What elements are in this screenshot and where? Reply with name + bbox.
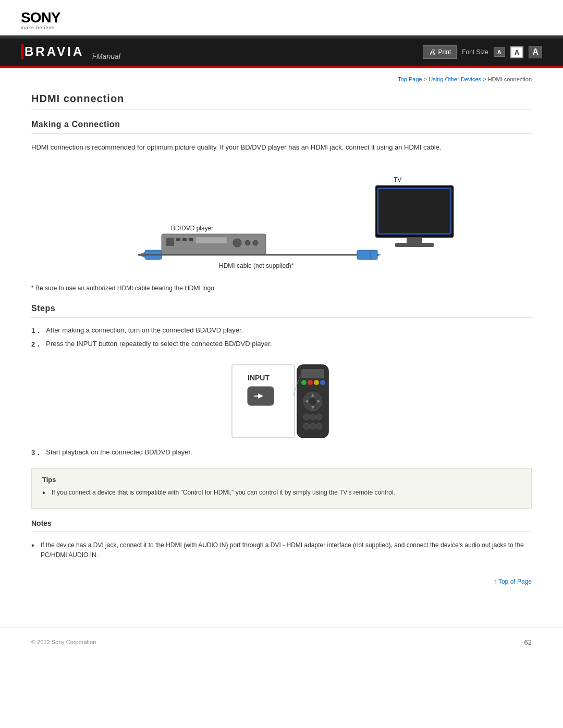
breadcrumb-sep1: > bbox=[424, 76, 429, 82]
remote-blue-btn bbox=[320, 380, 325, 385]
hdmi-diagram-area: TV BD/DVD player bbox=[31, 164, 532, 273]
breadcrumb-using-other-devices[interactable]: Using Other Devices bbox=[429, 76, 481, 82]
step-1-text: After making a connection, turn on the c… bbox=[46, 326, 243, 336]
bd-port3 bbox=[182, 238, 187, 241]
title-divider bbox=[31, 109, 532, 109]
remote-green-btn bbox=[301, 380, 307, 385]
bd-player-label: BD/DVD player bbox=[171, 225, 213, 232]
tv-stand-base bbox=[395, 243, 434, 247]
bravia-left: BRAVIA i-Manual bbox=[21, 44, 120, 60]
tv-hdmi-port bbox=[370, 250, 377, 260]
manual-label: i-Manual bbox=[92, 52, 120, 60]
notes-bullet: • bbox=[31, 540, 36, 560]
bd-button1 bbox=[233, 239, 241, 247]
notes-divider bbox=[31, 532, 532, 532]
notes-text-1: If the device has a DVI jack, connect it… bbox=[41, 540, 532, 560]
section2-title: Steps bbox=[31, 304, 532, 313]
sony-logo: SONY make.believe bbox=[21, 9, 60, 30]
font-size-label: Font Size bbox=[462, 48, 488, 56]
step-2-num: 2． bbox=[31, 340, 42, 349]
bravia-logo-group: BRAVIA bbox=[21, 44, 84, 59]
breadcrumb: Top Page > Using Other Devices > HDMI co… bbox=[31, 76, 532, 82]
tv-stand-pole bbox=[407, 238, 422, 243]
bd-button3 bbox=[253, 240, 258, 245]
top-of-page-area: ↑ Top of Page bbox=[31, 576, 532, 586]
section1-divider bbox=[31, 133, 532, 134]
bd-port4 bbox=[189, 238, 193, 241]
breadcrumb-current: HDMI connection bbox=[488, 76, 532, 82]
bravia-bar: BRAVIA i-Manual 🖨 Print Font Size A A A bbox=[0, 39, 563, 66]
bd-port2 bbox=[176, 238, 180, 241]
step-1: 1． After making a connection, turn on th… bbox=[31, 326, 532, 336]
breadcrumb-top-page[interactable]: Top Page bbox=[398, 76, 422, 82]
red-accent-bar bbox=[21, 44, 23, 59]
notes-section: Notes • If the device has a DVI jack, co… bbox=[31, 519, 532, 560]
remote-top-area bbox=[301, 369, 324, 378]
footer: © 2012 Sony Corporation 62 bbox=[0, 627, 563, 657]
remote-dpad-center bbox=[309, 397, 317, 405]
step-3-num: 3． bbox=[31, 448, 42, 458]
steps-list: 1． After making a connection, turn on th… bbox=[31, 326, 532, 349]
remote-btn4 bbox=[303, 423, 310, 429]
remote-red-btn bbox=[308, 380, 313, 385]
page-title: HDMI connection bbox=[31, 93, 532, 105]
remote-btn1 bbox=[303, 414, 310, 420]
tv-label: TV bbox=[394, 176, 401, 183]
bd-port1 bbox=[166, 238, 174, 246]
font-size-large-button[interactable]: A bbox=[529, 46, 542, 58]
remote-btn5 bbox=[310, 423, 316, 429]
sony-wordmark: SONY bbox=[21, 9, 60, 26]
step-3: 3． Start playback on the connected BD/DV… bbox=[31, 448, 532, 458]
toolbar-right: 🖨 Print Font Size A A A bbox=[423, 45, 542, 59]
tips-box: Tips • If you connect a device that is c… bbox=[31, 468, 532, 509]
tips-bullet: • bbox=[42, 488, 47, 498]
remote-yellow-btn bbox=[314, 380, 319, 385]
hdmi-cable-label: HDMI cable (not supplied)* bbox=[219, 262, 294, 269]
header: SONY make.believe bbox=[0, 0, 563, 35]
tips-title: Tips bbox=[42, 476, 521, 484]
step-1-num: 1． bbox=[31, 326, 42, 336]
remote-btn3 bbox=[316, 414, 322, 420]
notes-item-1: • If the device has a DVI jack, connect … bbox=[31, 540, 532, 560]
hdmi-diagram-svg: TV BD/DVD player bbox=[99, 164, 464, 273]
section1-title: Making a Connection bbox=[31, 120, 532, 129]
print-label: Print bbox=[438, 48, 451, 56]
main-content: Top Page > Using Other Devices > HDMI co… bbox=[0, 68, 563, 617]
bd-disc-slot bbox=[195, 237, 227, 243]
footer-copyright: © 2012 Sony Corporation bbox=[31, 639, 96, 645]
remote-btn2 bbox=[310, 414, 316, 420]
print-icon: 🖨 bbox=[429, 48, 436, 56]
top-of-page-link[interactable]: ↑ Top of Page bbox=[494, 578, 532, 585]
footer-page-number: 62 bbox=[524, 638, 532, 646]
step-3-text: Start playback on the connected BD/DVD p… bbox=[46, 448, 192, 458]
sony-tagline: make.believe bbox=[21, 25, 55, 30]
tips-text-1: If you connect a device that is compatib… bbox=[52, 488, 395, 498]
print-button[interactable]: 🖨 Print bbox=[423, 45, 457, 59]
intro-text: HDMI connection is recommended for optim… bbox=[31, 142, 532, 153]
input-label: INPUT bbox=[248, 374, 270, 382]
section2-divider bbox=[31, 317, 532, 318]
step-2-text: Press the INPUT button repeatedly to sel… bbox=[46, 340, 272, 349]
notes-title: Notes bbox=[31, 519, 532, 527]
tv-screen bbox=[378, 188, 451, 234]
remote-diagram-svg: INPUT bbox=[229, 360, 334, 443]
bd-button2 bbox=[245, 240, 250, 245]
step-2: 2． Press the INPUT button repeatedly to … bbox=[31, 340, 532, 349]
remote-diagram-area: INPUT bbox=[31, 360, 532, 443]
footnote-text: * Be sure to use an authorized HDMI cabl… bbox=[31, 283, 532, 293]
font-size-medium-button[interactable]: A bbox=[510, 46, 524, 58]
tips-item-1: • If you connect a device that is compat… bbox=[42, 488, 521, 498]
steps-list-3: 3． Start playback on the connected BD/DV… bbox=[31, 448, 532, 458]
bravia-logo-text: BRAVIA bbox=[25, 44, 84, 59]
remote-btn6 bbox=[316, 423, 322, 429]
breadcrumb-sep2: > bbox=[483, 76, 487, 82]
font-size-small-button[interactable]: A bbox=[494, 47, 505, 57]
